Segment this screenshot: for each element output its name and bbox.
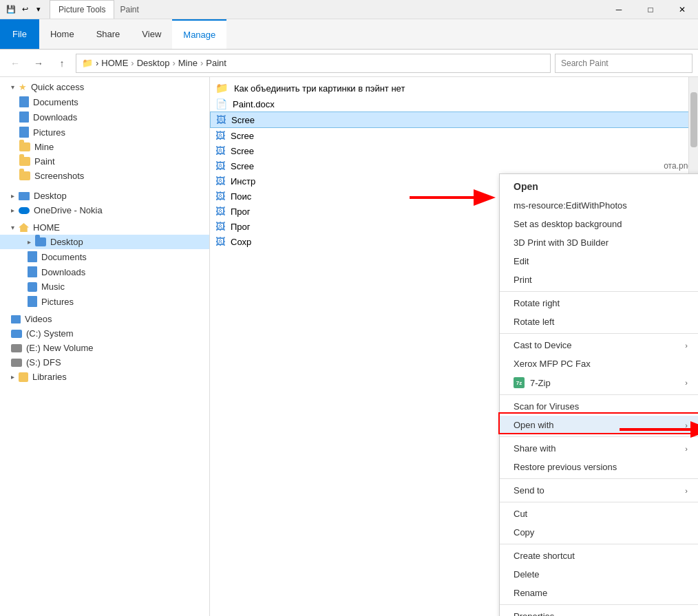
onedrive-expand-icon: ▸ xyxy=(11,206,14,214)
ctx-edit-photos[interactable]: ms-resource:EditWithPhotos xyxy=(500,196,698,215)
sidebar-drive-c[interactable]: (C:) System xyxy=(0,326,209,341)
ctx-properties[interactable]: Properties xyxy=(500,607,698,616)
breadcrumb-desktop[interactable]: Desktop xyxy=(137,58,170,68)
breadcrumb-sep3: › xyxy=(172,58,175,68)
tab-manage[interactable]: Manage xyxy=(172,19,226,49)
sidebar-item-paint[interactable]: Paint xyxy=(0,154,209,169)
onedrive-icon xyxy=(19,207,30,214)
file-item-1[interactable]: 📁 Как объединить три картинки в пэйнт не… xyxy=(210,80,698,96)
ctx-share-with-label: Share with xyxy=(514,443,556,454)
sidebar-videos[interactable]: Videos xyxy=(0,312,209,326)
breadcrumb-paint[interactable]: Paint xyxy=(206,58,226,68)
sidebar-item-downloads[interactable]: Downloads xyxy=(0,109,209,125)
file-name-6: Scree xyxy=(231,161,254,171)
tab-home[interactable]: Home xyxy=(39,19,85,49)
file-name-3: Scree xyxy=(231,115,255,125)
sidebar-item-home-desktop[interactable]: ▸ Desktop xyxy=(0,235,209,249)
tab-share[interactable]: Share xyxy=(85,19,131,49)
libraries-expand-icon: ▸ xyxy=(11,373,14,381)
ctx-7zip[interactable]: 7z 7-Zip › xyxy=(500,373,698,392)
sidebar-item-home-documents[interactable]: Documents xyxy=(0,249,209,264)
search-input[interactable] xyxy=(555,54,692,73)
ctx-open[interactable]: Open xyxy=(500,177,698,196)
scrollbar-thumb[interactable] xyxy=(690,92,697,147)
undo-icon[interactable]: ↩ xyxy=(19,4,30,15)
sidebar-drive-s[interactable]: (S:) DFS xyxy=(0,355,209,370)
ctx-restore[interactable]: Restore previous versions xyxy=(500,458,698,476)
sidebar-desktop[interactable]: ▸ Desktop xyxy=(0,189,209,203)
sidebar-quick-access[interactable]: ▾ ★ Quick access xyxy=(0,80,209,94)
sidebar-item-home-pictures[interactable]: Pictures xyxy=(0,294,209,309)
ctx-delete[interactable]: Delete xyxy=(500,565,698,584)
ctx-set-desktop[interactable]: Set as desktop background xyxy=(500,215,698,233)
forward-button[interactable]: → xyxy=(29,54,48,73)
sidebar-item-home-music[interactable]: Music xyxy=(0,279,209,294)
context-menu: Open ms-resource:EditWithPhotos Set as d… xyxy=(499,173,698,616)
sidebar-item-home-downloads[interactable]: Downloads xyxy=(0,264,209,279)
img-icon-10: 🖼 xyxy=(215,221,225,232)
file-item-5[interactable]: 🖼 Scree xyxy=(210,143,698,158)
ctx-open-with-label: Open with xyxy=(514,420,554,430)
videos-icon xyxy=(11,315,21,323)
breadcrumb-home[interactable]: HOME xyxy=(101,58,128,68)
ctx-cast[interactable]: Cast to Device › xyxy=(500,336,698,354)
ctx-copy[interactable]: Copy xyxy=(500,523,698,542)
ctx-send-to[interactable]: Send to › xyxy=(500,481,698,500)
sidebar-item-documents[interactable]: Documents xyxy=(0,94,209,109)
sidebar-onedrive[interactable]: ▸ OneDrive - Nokia xyxy=(0,203,209,217)
breadcrumb-mine[interactable]: Mine xyxy=(178,58,198,68)
ctx-rename[interactable]: Rename xyxy=(500,584,698,602)
back-button[interactable]: ← xyxy=(6,54,25,73)
file-item-6[interactable]: 🖼 Scree ота.png xyxy=(210,158,698,173)
ctx-print[interactable]: Print xyxy=(500,270,698,289)
home-music-label: Music xyxy=(41,282,65,292)
ctx-rotate-right[interactable]: Rotate right xyxy=(500,294,698,312)
file-item-2[interactable]: 📄 Paint.docx xyxy=(210,96,698,111)
documents-icon xyxy=(19,96,29,107)
home-downloads-icon xyxy=(28,266,37,277)
ctx-create-shortcut[interactable]: Create shortcut xyxy=(500,546,698,565)
videos-label: Videos xyxy=(25,314,52,324)
ctx-scan[interactable]: Scan for Viruses xyxy=(500,397,698,416)
downloads-label: Downloads xyxy=(33,112,77,123)
sidebar-libraries[interactable]: ▸ Libraries xyxy=(0,370,209,384)
screenshots-folder-icon xyxy=(19,171,30,180)
ctx-sep-8 xyxy=(500,604,698,605)
file-item-4[interactable]: 🖼 Scree xyxy=(210,128,698,143)
screenshots-label: Screenshots xyxy=(34,171,84,181)
img-icon-5: 🖼 xyxy=(215,145,225,156)
sidebar-item-screenshots[interactable]: Screenshots xyxy=(0,169,209,183)
pictures-icon xyxy=(19,127,29,138)
img-icon-4: 🖼 xyxy=(215,130,225,141)
desktop-icon xyxy=(19,192,30,200)
home-desktop-label: Desktop xyxy=(50,237,83,247)
dropdown-icon[interactable]: ▾ xyxy=(33,4,44,15)
ctx-rotate-left[interactable]: Rotate left xyxy=(500,312,698,331)
file-item-3[interactable]: 🖼 Scree xyxy=(210,111,698,128)
sidebar-item-pictures[interactable]: Pictures xyxy=(0,125,209,140)
img-icon-9: 🖼 xyxy=(215,206,225,217)
file-name-2: Paint.docx xyxy=(233,99,275,109)
home-label: HOME xyxy=(33,222,60,233)
sidebar-home[interactable]: ▾ HOME xyxy=(0,220,209,235)
red-arrow-1 xyxy=(406,187,496,210)
ctx-xerox[interactable]: Xerox MFP PC Fax xyxy=(500,354,698,373)
address-bar: ← → ↑ 📁 › HOME › Desktop › Mine › Paint xyxy=(0,50,698,77)
sidebar-drive-e[interactable]: (E:) New Volume xyxy=(0,341,209,355)
sidebar-item-mine[interactable]: Mine xyxy=(0,140,209,154)
tab-file[interactable]: File xyxy=(0,19,39,49)
close-button[interactable]: ✕ xyxy=(666,0,698,19)
home-pictures-icon xyxy=(28,296,37,307)
breadcrumb[interactable]: 📁 › HOME › Desktop › Mine › Paint xyxy=(76,54,551,73)
minimize-button[interactable]: ─ xyxy=(603,0,635,19)
tab-view[interactable]: View xyxy=(131,19,172,49)
libraries-label: Libraries xyxy=(32,372,67,382)
maximize-button[interactable]: □ xyxy=(635,0,666,19)
ctx-sep-7 xyxy=(500,544,698,544)
ctx-cut[interactable]: Cut xyxy=(500,505,698,523)
main-area: ▾ ★ Quick access Documents Downloads Pic… xyxy=(0,77,698,616)
ctx-edit[interactable]: Edit xyxy=(500,252,698,270)
pictures-label: Pictures xyxy=(33,127,65,138)
up-button[interactable]: ↑ xyxy=(52,54,72,73)
ctx-3d-print[interactable]: 3D Print with 3D Builder xyxy=(500,233,698,252)
